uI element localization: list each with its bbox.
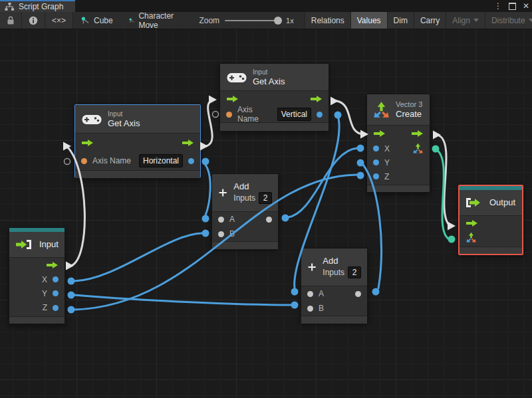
port-row-x: X: [9, 272, 65, 286]
value-in-port[interactable]: [218, 217, 224, 223]
output-event-icon: [465, 197, 483, 209]
graph-node-icon: [81, 17, 90, 25]
lock-button[interactable]: [0, 12, 22, 29]
flow-in-icon[interactable]: [81, 139, 94, 147]
node-category: Input: [108, 110, 140, 118]
graph-node-icon: [129, 17, 135, 25]
window-close-icon[interactable]: ✕: [523, 0, 529, 12]
port-row-a: A: [212, 212, 278, 227]
chevron-down-icon: [529, 19, 532, 22]
port-row-y: Y: [367, 155, 430, 169]
values-toggle[interactable]: Values: [350, 12, 387, 29]
node-input-event[interactable]: Input X Y Z: [9, 227, 65, 324]
info-button[interactable]: [22, 12, 45, 29]
breadcrumb-label: Cube: [94, 16, 113, 25]
tab-title: Script Graph: [19, 2, 63, 11]
value-port[interactable]: [53, 305, 59, 311]
node-category: Input: [253, 68, 285, 76]
port-row-z: Z: [9, 300, 65, 315]
breadcrumb-cube[interactable]: Cube: [73, 12, 121, 29]
flow-out-icon[interactable]: [411, 130, 424, 138]
node-title: Get Axis: [108, 118, 140, 129]
flow-in-icon[interactable]: [226, 95, 239, 103]
inputs-count-field[interactable]: 2: [259, 192, 272, 204]
axis-name-field[interactable]: Vertical: [277, 108, 311, 121]
breadcrumb-character-move[interactable]: Character Move: [121, 12, 185, 29]
vector3-out-port-icon[interactable]: [412, 143, 424, 154]
port-row-y: Y: [9, 286, 65, 300]
zoom-control: Zoom 1x: [194, 12, 299, 29]
flow-out-icon[interactable]: [310, 95, 323, 103]
carry-toggle[interactable]: Carry: [414, 12, 446, 29]
control-row: [75, 134, 200, 151]
zoom-slider-knob[interactable]: [274, 17, 282, 25]
node-title: Get Axis: [253, 76, 285, 87]
control-row: [220, 91, 329, 106]
value-in-port[interactable]: [373, 146, 379, 151]
window-menu-icon[interactable]: ⋮: [494, 0, 502, 12]
value-in-port[interactable]: [307, 306, 313, 312]
flow-out-icon[interactable]: [182, 139, 194, 147]
tab-script-graph[interactable]: Script Graph: [0, 0, 75, 12]
add-icon: [307, 258, 317, 276]
flow-in-icon[interactable]: [466, 219, 478, 227]
code-view-button[interactable]: <×>: [45, 12, 73, 29]
align-dropdown[interactable]: Align: [446, 12, 485, 29]
breadcrumb-label: Character Move: [138, 11, 176, 30]
node-title: Add: [323, 256, 361, 266]
node-get-axis-horizontal[interactable]: Input Get Axis Axis Name Horizontal: [74, 104, 201, 178]
relations-toggle[interactable]: Relations: [305, 12, 350, 29]
chevron-down-icon: [473, 19, 479, 22]
node-add-2[interactable]: Add Inputs 2 A B: [301, 248, 368, 323]
vector-in-row: [460, 230, 522, 245]
zoom-value: 1x: [286, 17, 294, 25]
string-port[interactable]: [81, 158, 87, 164]
tab-bar: Script Graph ⋮ ✕: [0, 0, 532, 12]
view-toggles: Relations Values Dim Carry Align Distrib…: [305, 12, 532, 29]
port-row-b: B: [212, 227, 278, 241]
vector3-in-port-icon[interactable]: [466, 232, 477, 243]
unity-visual-scripting-window: Script Graph ⋮ ✕ <×>: [0, 0, 532, 398]
dim-toggle[interactable]: Dim: [387, 12, 414, 29]
node-get-axis-vertical[interactable]: Input Get Axis Axis Name Vertical: [219, 63, 329, 131]
axis-name-row: Axis Name Horizontal: [75, 151, 200, 170]
port-row-x: X: [367, 142, 430, 155]
node-category: Vector 3: [396, 100, 422, 109]
add-icon: [218, 183, 227, 202]
value-out-port[interactable]: [317, 112, 323, 118]
inputs-count-field[interactable]: 2: [348, 266, 361, 278]
node-add-1[interactable]: Add Inputs 2 A B: [211, 173, 279, 249]
value-port[interactable]: [53, 290, 59, 296]
flow-arrow-icon[interactable]: [46, 261, 59, 269]
gamepad-icon: [227, 71, 247, 84]
vector3-icon: [372, 101, 390, 119]
axis-name-row: Axis Name Vertical: [220, 106, 329, 122]
node-title: Add: [233, 181, 272, 192]
value-out-port[interactable]: [266, 217, 272, 223]
node-title: Input: [39, 239, 59, 250]
input-event-icon: [15, 239, 33, 250]
port-row-a: A: [301, 286, 367, 301]
value-out-port[interactable]: [355, 291, 361, 297]
value-port[interactable]: [53, 276, 59, 282]
value-out-port[interactable]: [188, 158, 194, 164]
info-icon: [29, 16, 38, 25]
node-vector3-create[interactable]: Vector 3 Create X Y Z: [366, 94, 430, 193]
flow-in-icon[interactable]: [373, 130, 386, 138]
node-output-event[interactable]: Output: [458, 185, 523, 255]
control-in-row: [460, 216, 522, 230]
zoom-slider[interactable]: [225, 20, 281, 21]
gamepad-icon: [82, 113, 102, 126]
axis-name-field[interactable]: Horizontal: [139, 154, 183, 167]
value-in-port[interactable]: [373, 159, 379, 165]
value-in-port[interactable]: [218, 231, 224, 237]
port-row-b: B: [301, 301, 367, 316]
zoom-label: Zoom: [199, 16, 219, 25]
window-maximize-icon[interactable]: [509, 3, 516, 10]
distribute-dropdown[interactable]: Distribute: [485, 12, 532, 29]
string-port[interactable]: [226, 112, 232, 118]
node-title: Output: [489, 197, 515, 208]
graph-toolbar: <×> Cube Character Move Zoom 1x Relati: [0, 12, 532, 29]
value-in-port[interactable]: [307, 291, 313, 297]
value-in-port[interactable]: [373, 173, 379, 179]
